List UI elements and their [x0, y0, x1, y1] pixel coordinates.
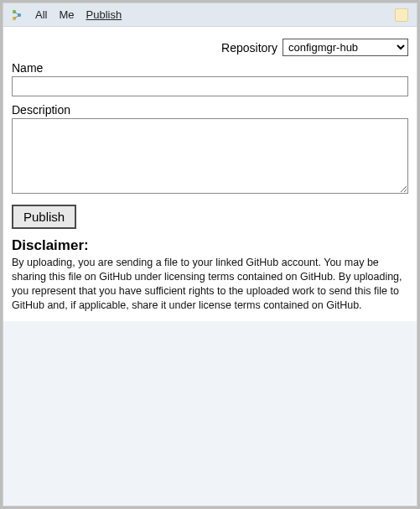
content-panel: Repository configmgr-hub Name Descriptio… — [3, 27, 417, 321]
tab-publish[interactable]: Publish — [86, 7, 122, 23]
publish-button[interactable]: Publish — [12, 205, 76, 229]
tab-all[interactable]: All — [35, 7, 47, 23]
repository-label: Repository — [221, 41, 277, 55]
repository-select[interactable]: configmgr-hub — [283, 39, 408, 56]
app-icon — [10, 8, 23, 22]
empty-area — [3, 321, 417, 506]
description-input[interactable] — [12, 118, 408, 194]
tab-bar: All Me Publish — [3, 3, 417, 27]
name-label: Name — [12, 61, 408, 75]
repository-row: Repository configmgr-hub — [12, 39, 408, 56]
tab-me[interactable]: Me — [59, 7, 74, 23]
name-input[interactable] — [12, 76, 408, 96]
notification-badge[interactable] — [395, 8, 408, 22]
disclaimer-title: Disclaimer: — [12, 237, 408, 254]
description-label: Description — [12, 103, 408, 117]
disclaimer-text: By uploading, you are sending a file to … — [12, 256, 408, 313]
app-window: All Me Publish Repository configmgr-hub … — [3, 3, 417, 506]
